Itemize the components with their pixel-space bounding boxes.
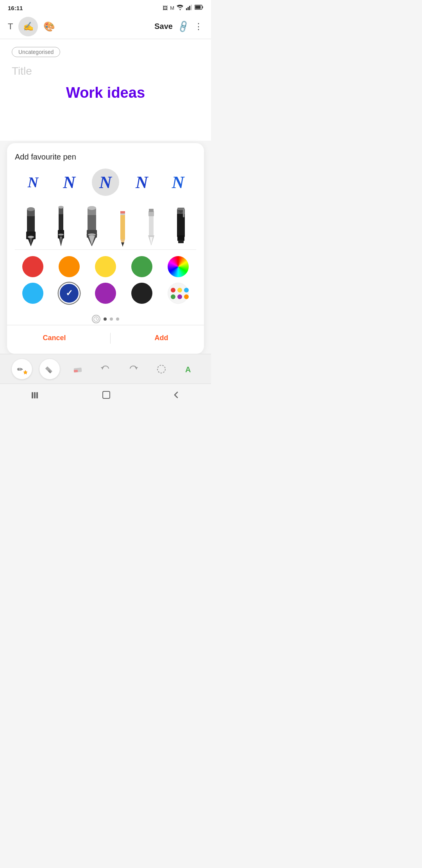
svg-marker-50 xyxy=(23,370,27,374)
add-button[interactable]: Add xyxy=(143,332,180,344)
nav-bar xyxy=(0,384,211,411)
svg-rect-54 xyxy=(73,369,77,372)
pen-style-2[interactable]: N xyxy=(55,169,83,196)
note-title: Work ideas xyxy=(12,84,199,101)
battery-icon xyxy=(195,5,203,11)
svg-rect-60 xyxy=(34,392,36,398)
svg-point-13 xyxy=(28,236,34,238)
svg-point-12 xyxy=(27,207,35,211)
save-button[interactable]: Save xyxy=(154,22,173,31)
page-area: Uncategorised Title Work ideas xyxy=(0,39,211,141)
page-dot-2 xyxy=(104,317,107,321)
svg-marker-56 xyxy=(135,367,138,369)
dots-palette-grid xyxy=(168,283,189,304)
svg-rect-6 xyxy=(195,6,201,9)
svg-rect-40 xyxy=(177,235,184,241)
signal-icon xyxy=(186,5,192,11)
highlighter-button[interactable] xyxy=(39,359,60,379)
svg-marker-32 xyxy=(121,242,124,246)
pen-with-star-button[interactable]: ✏ xyxy=(12,359,32,379)
pen-style-4[interactable]: N xyxy=(128,169,156,196)
text-tool-button[interactable]: T xyxy=(8,22,13,32)
pen-tool-icon: ✍ xyxy=(23,22,34,32)
svg-rect-5 xyxy=(202,6,203,8)
svg-point-19 xyxy=(58,206,64,209)
eraser-button[interactable] xyxy=(68,359,88,379)
selected-checkmark: ✓ xyxy=(66,288,73,298)
color-black[interactable] xyxy=(131,283,152,304)
color-row-1 xyxy=(15,256,196,277)
status-bar: 16:11 🖼 M xyxy=(0,0,211,14)
page-dot-4 xyxy=(116,317,119,321)
more-button[interactable]: ⋮ xyxy=(194,22,203,32)
cancel-button[interactable]: Cancel xyxy=(31,332,77,344)
wifi-icon xyxy=(177,5,184,11)
color-purple[interactable] xyxy=(95,283,116,304)
nav-home-button[interactable] xyxy=(94,388,119,404)
color-blue[interactable]: ✓ xyxy=(59,283,80,304)
gallery-icon: 🖼 xyxy=(163,5,168,11)
pen-style-1[interactable]: N xyxy=(19,169,46,196)
color-more-palette[interactable] xyxy=(168,283,189,304)
status-icons: 🖼 M xyxy=(163,5,203,11)
dialog-title: Add favourite pen xyxy=(15,152,196,161)
color-rainbow[interactable] xyxy=(168,256,189,277)
svg-rect-38 xyxy=(149,209,154,212)
dot-orange xyxy=(184,294,189,299)
svg-rect-62 xyxy=(103,391,110,398)
svg-point-20 xyxy=(58,234,64,236)
svg-point-26 xyxy=(88,206,96,210)
svg-rect-30 xyxy=(120,213,125,215)
link-button[interactable]: 🔗 xyxy=(176,19,190,33)
svg-rect-0 xyxy=(186,8,187,10)
color-green[interactable] xyxy=(131,256,152,277)
pen-image-1[interactable] xyxy=(21,203,40,246)
svg-rect-61 xyxy=(36,392,38,398)
dot-purple xyxy=(177,294,182,299)
toolbar: T ✍ 🎨 Save 🔗 ⋮ xyxy=(0,14,211,39)
svg-point-57 xyxy=(157,365,165,373)
pen-image-2[interactable] xyxy=(53,203,69,246)
page-indicator-clock xyxy=(92,315,100,323)
pen-image-3[interactable] xyxy=(82,203,102,246)
color-orange[interactable] xyxy=(59,256,80,277)
palette-button[interactable]: 🎨 xyxy=(43,21,55,32)
svg-rect-1 xyxy=(188,7,189,10)
nav-menu-button[interactable] xyxy=(23,389,48,404)
svg-text:A: A xyxy=(185,365,191,374)
svg-rect-29 xyxy=(120,211,125,213)
nav-back-button[interactable] xyxy=(165,388,188,404)
category-tag[interactable]: Uncategorised xyxy=(12,47,60,57)
dot-green xyxy=(171,294,175,299)
pen-images-row xyxy=(15,203,196,250)
redo-button[interactable] xyxy=(123,359,143,379)
dialog-actions: Cancel Add xyxy=(7,325,204,346)
pen-image-5[interactable] xyxy=(143,203,159,246)
dot-yellow xyxy=(177,288,182,292)
pen-style-3[interactable]: N xyxy=(92,169,119,196)
pen-image-4[interactable] xyxy=(115,203,131,246)
pen-image-6[interactable] xyxy=(172,203,190,246)
svg-rect-3 xyxy=(191,5,192,10)
pen-style-5[interactable]: N xyxy=(165,169,192,196)
color-red[interactable] xyxy=(22,256,43,277)
bottom-toolbar: ✏ A xyxy=(0,354,211,384)
page-dot-3 xyxy=(110,317,113,321)
color-row-2: ✓ xyxy=(15,283,196,304)
svg-text:✏: ✏ xyxy=(17,366,23,373)
mail-icon: M xyxy=(170,5,174,11)
pen-styles-row: N N N N N xyxy=(15,169,196,196)
color-yellow[interactable] xyxy=(95,256,116,277)
lasso-button[interactable] xyxy=(151,359,172,379)
text-recognition-button[interactable]: A xyxy=(179,359,199,379)
color-section: ✓ xyxy=(15,250,196,304)
status-time: 16:11 xyxy=(8,5,23,11)
page-indicator xyxy=(15,309,196,325)
svg-rect-2 xyxy=(189,6,190,10)
svg-rect-45 xyxy=(183,209,184,217)
undo-button[interactable] xyxy=(95,359,116,379)
svg-rect-51 xyxy=(45,366,52,373)
pen-tool-button[interactable]: ✍ xyxy=(18,17,38,36)
color-cyan[interactable] xyxy=(22,283,43,304)
title-placeholder[interactable]: Title xyxy=(12,65,199,77)
